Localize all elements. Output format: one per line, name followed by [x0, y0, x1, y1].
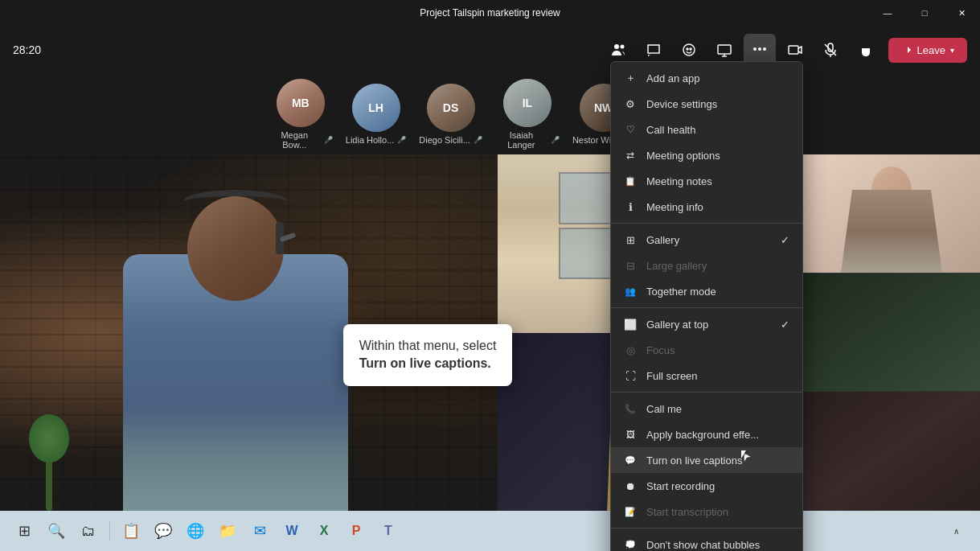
taskbar-overflow-chevron[interactable]: ∧: [941, 516, 970, 545]
taskbar-teams[interactable]: T: [374, 516, 403, 545]
start-transcription-icon: 📝: [624, 505, 637, 518]
taskbar-edge[interactable]: 🌐: [181, 516, 210, 545]
participant-lidia[interactable]: LH Lidia Hollo... 🎤: [346, 84, 407, 145]
sidebar-video-3: [803, 392, 980, 511]
window-controls: — □ ✕: [869, 0, 980, 26]
participant-diego[interactable]: DS Diego Sicili... 🎤: [419, 84, 482, 145]
maximize-button[interactable]: □: [906, 0, 943, 26]
divider-1: [611, 223, 802, 224]
title-bar: Project Tailspin marketing review — □ ✕: [0, 0, 980, 26]
meeting-toolbar: 28:20 Leave ▾: [0, 26, 980, 74]
menu-item-meeting-options[interactable]: ⇄ Meeting options: [611, 142, 802, 168]
gallery-at-top-icon: ⬜: [624, 318, 637, 331]
avatar-diego: DS: [427, 84, 475, 132]
participant-isaiah[interactable]: IL Isaiah Langer 🎤: [495, 79, 560, 150]
divider-4: [611, 528, 802, 528]
window-title: Project Tailspin marketing review: [420, 7, 560, 19]
full-screen-icon: ⛶: [624, 369, 637, 382]
more-options-dropdown: ＋ Add an app ⚙ Device settings ♡ Call he…: [610, 61, 803, 551]
cursor: [741, 450, 754, 467]
menu-item-full-screen[interactable]: ⛶ Full screen: [611, 363, 802, 389]
avatar-lidia: LH: [352, 84, 400, 132]
sidebar-video-1: [803, 154, 980, 273]
add-app-icon: ＋: [624, 72, 637, 84]
menu-item-together-mode[interactable]: 👥 Together mode: [611, 278, 802, 304]
gallery-at-top-check: ✓: [781, 319, 789, 331]
taskbar: ⊞ 🔍 🗂 📋 💬 🌐 📁 ✉ W X P T ∧: [0, 511, 980, 551]
svg-point-1: [620, 45, 624, 49]
taskbar-start-button[interactable]: ⊞: [10, 516, 39, 545]
leave-button[interactable]: Leave ▾: [888, 38, 967, 63]
taskbar-excel[interactable]: X: [310, 516, 338, 545]
instruction-text: Within that menu, select Turn on live ca…: [359, 337, 497, 373]
menu-item-call-me[interactable]: 📞 Call me: [611, 396, 802, 421]
menu-item-meeting-notes[interactable]: 📋 Meeting notes: [611, 168, 802, 194]
svg-point-0: [614, 44, 619, 49]
taskbar-right: ∧: [941, 516, 970, 545]
call-health-icon: ♡: [624, 123, 637, 136]
focus-icon: ◎: [624, 343, 637, 356]
call-me-icon: 📞: [624, 402, 637, 415]
no-chat-bubbles-icon: 💭: [624, 538, 637, 551]
bg-effects-icon: 🖼: [624, 428, 637, 441]
taskbar-files[interactable]: 🗂: [74, 516, 103, 545]
taskbar-separator: [109, 521, 110, 541]
avatar-megan: MB: [277, 79, 325, 127]
taskbar-powerpoint[interactable]: P: [342, 516, 371, 545]
meeting-info-icon: ℹ: [624, 200, 637, 213]
svg-point-4: [690, 48, 691, 50]
taskbar-search[interactable]: 🔍: [42, 516, 71, 545]
avatar-isaiah: IL: [503, 79, 552, 127]
meeting-timer: 28:20: [13, 43, 41, 56]
menu-item-gallery[interactable]: ⊞ Gallery ✓: [611, 227, 802, 253]
device-settings-icon: ⚙: [624, 97, 637, 110]
participant-name-isaiah: Isaiah Langer 🎤: [495, 130, 560, 150]
menu-item-bg-effects[interactable]: 🖼 Apply background effe...: [611, 421, 802, 447]
divider-3: [611, 392, 802, 393]
participant-strip: MB Megan Bow... 🎤 LH Lidia Hollo... 🎤 DS…: [0, 74, 980, 154]
participant-name-megan: Megan Bow... 🎤: [269, 130, 333, 150]
taskbar-explorer[interactable]: 📁: [213, 516, 242, 545]
svg-point-3: [687, 48, 688, 50]
mute-button[interactable]: [814, 34, 847, 66]
svg-point-7: [758, 47, 761, 51]
menu-item-call-health[interactable]: ♡ Call health: [611, 117, 802, 142]
raise-hand-button[interactable]: [850, 34, 882, 66]
sidebar-video-2: [803, 273, 980, 393]
instruction-tooltip: Within that menu, select Turn on live ca…: [343, 324, 513, 386]
right-sidebar: [803, 154, 980, 511]
large-gallery-icon: ⊟: [624, 259, 637, 272]
svg-line-11: [825, 44, 836, 56]
svg-rect-9: [789, 46, 798, 54]
svg-rect-5: [718, 45, 731, 54]
menu-item-start-transcription: 📝 Start transcription: [611, 499, 802, 524]
participant-name-lidia: Lidia Hollo... 🎤: [346, 135, 407, 145]
minimize-button[interactable]: —: [869, 0, 906, 26]
close-button[interactable]: ✕: [943, 0, 980, 26]
divider-2: [611, 307, 802, 308]
menu-item-add-app[interactable]: ＋ Add an app: [611, 65, 802, 91]
taskbar-microsoft-store[interactable]: 📋: [117, 516, 146, 545]
live-captions-icon: 💬: [624, 454, 637, 467]
menu-item-live-captions[interactable]: 💬 Turn on live captions: [611, 447, 802, 473]
menu-item-no-chat-bubbles[interactable]: 💭 Don't show chat bubbles: [611, 532, 802, 551]
start-recording-icon: ⏺: [624, 479, 637, 492]
menu-item-focus: ◎ Focus: [611, 337, 802, 363]
leave-chevron: ▾: [950, 46, 954, 55]
participant-megan[interactable]: MB Megan Bow... 🎤: [269, 79, 333, 150]
gallery-icon: ⊞: [624, 233, 637, 246]
meeting-notes-icon: 📋: [624, 175, 637, 187]
taskbar-teams-chat[interactable]: 💬: [149, 516, 178, 545]
taskbar-outlook[interactable]: ✉: [245, 516, 274, 545]
together-mode-icon: 👥: [624, 285, 637, 298]
menu-item-large-gallery: ⊟ Large gallery: [611, 253, 802, 278]
menu-item-start-recording[interactable]: ⏺ Start recording: [611, 473, 802, 499]
gallery-check: ✓: [781, 234, 789, 246]
meeting-options-icon: ⇄: [624, 149, 637, 162]
menu-item-meeting-info[interactable]: ℹ Meeting info: [611, 194, 802, 220]
menu-item-device-settings[interactable]: ⚙ Device settings: [611, 91, 802, 117]
svg-point-6: [753, 47, 757, 51]
menu-item-gallery-at-top[interactable]: ⬜ Gallery at top ✓: [611, 311, 802, 337]
taskbar-word[interactable]: W: [277, 516, 306, 545]
svg-point-8: [763, 47, 766, 51]
